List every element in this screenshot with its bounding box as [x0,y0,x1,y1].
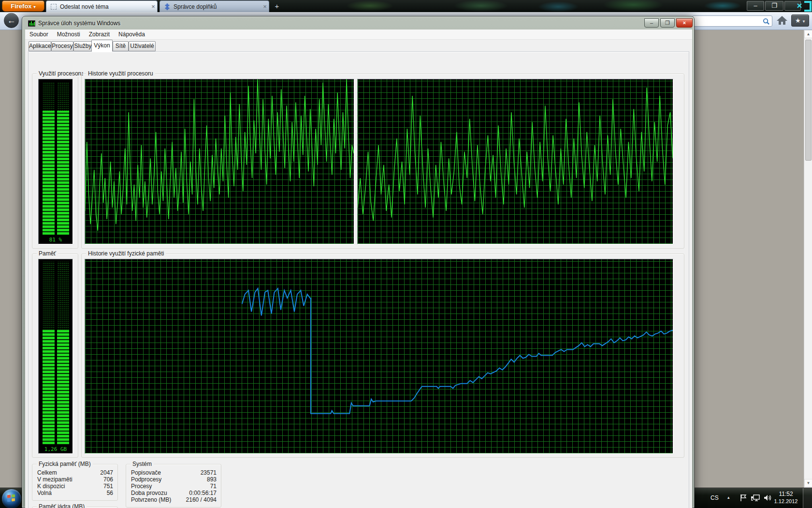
stat-value: 893 [207,476,217,483]
search-icon[interactable] [763,18,770,25]
stat-value: 751 [103,483,113,490]
menu-bar: Soubor Možnosti Zobrazit Nápověda [25,30,692,40]
stat-label: Potvrzeno (MB) [131,496,171,503]
back-button[interactable]: ← [4,13,19,28]
menu-zobrazit[interactable]: Zobrazit [85,30,114,39]
memory-history-group: Historie využití fyzické paměti [81,254,684,458]
task-manager-window: Správce úloh systému Windows – ❐ × Soubo… [22,16,695,508]
scroll-thumb[interactable] [805,40,812,161]
client-area: Soubor Možnosti Zobrazit Nápověda Aplika… [25,30,692,508]
stat-value: 2160 / 4094 [186,496,217,503]
menu-moznosti[interactable]: Možnosti [53,30,85,39]
home-icon [776,15,788,26]
windows-logo-icon [7,499,11,502]
physical-memory-title: Fyzická paměť (MB) [37,461,93,467]
tab-aplikace[interactable]: Aplikace [29,41,51,51]
cpu-gauge-group-title: Využití procesoru [37,70,85,77]
search-input[interactable] [695,16,759,26]
close-button[interactable]: × [676,18,693,28]
memory-history-graph [85,259,673,454]
firefox-tab-strip: Firefox ▾ Odeslat nové téma × Správce do… [0,0,812,12]
firefox-minimize-button[interactable]: – [747,1,764,11]
tab-label: Odeslat nové téma [60,3,149,10]
stat-label: Popisovače [131,469,161,476]
cpu-history-graph-core2 [357,79,673,244]
new-tab-button[interactable]: + [271,2,283,11]
glitch-artifact [804,1,812,12]
show-desktop-button[interactable] [803,488,812,508]
tab-procesy[interactable]: Procesy [51,41,73,51]
system-title: Systém [130,461,154,467]
start-button[interactable] [2,489,21,508]
windows-logo-icon [7,495,11,498]
task-manager-icon [28,20,35,27]
window-title: Správce úloh systému Windows [38,20,120,27]
stat-value: 56 [107,490,113,496]
title-bar[interactable]: Správce úloh systému Windows [28,19,120,27]
menu-soubor[interactable]: Soubor [25,30,53,39]
tab-close-icon[interactable]: × [261,3,269,10]
browser-tab-active[interactable]: Odeslat nové téma × [46,0,158,12]
tab-uzivatele[interactable]: Uživatelé [129,41,156,51]
windows-logo-icon [12,494,15,497]
scroll-up-button[interactable]: ▲ [804,30,812,38]
stat-value: 2047 [100,469,113,476]
stat-label: Volná [37,490,52,496]
tab-sluzby[interactable]: Služby [73,41,92,51]
search-box[interactable] [692,15,772,27]
memory-usage-gauge: 1,26 GB [38,259,73,454]
firefox-app-button-label: Firefox [11,2,31,10]
language-indicator[interactable]: CS [710,494,719,501]
memory-usage-value: 1,26 GB [39,446,72,452]
chevron-down-icon: ▾ [33,4,36,9]
tab-close-icon[interactable]: × [149,3,157,10]
scrollbar[interactable]: ▲ ▼ [804,30,812,488]
clock-time: 11:52 [779,491,793,497]
stat-label: K dispozici [37,483,65,490]
cpu-history-group-title: Historie využití procesoru [86,70,155,77]
cpu-usage-gauge: 81 % [38,79,73,244]
network-icon[interactable] [751,493,760,504]
tab-site[interactable]: Sítě [113,41,129,51]
chevron-down-icon: ▾ [803,19,805,24]
physical-memory-group: Fyzická paměť (MB) Celkem2047 V mezipamě… [32,464,118,501]
cpu-history-graph-core1 [85,79,354,244]
desktop: Firefox ▾ Odeslat nové téma × Správce do… [0,0,812,508]
clock-date: 1.12.2012 [774,498,798,504]
stat-label: Celkem [37,469,57,476]
browser-tab-addons[interactable]: Správce doplňků × [160,0,269,12]
cpu-usage-value: 81 % [39,237,72,243]
firefox-app-button[interactable]: Firefox ▾ [2,0,44,12]
cpu-gauge-group: Využití procesoru 81 % [32,74,78,249]
menu-napoveda[interactable]: Nápověda [114,30,149,39]
stat-label: V mezipaměti [37,476,72,483]
maximize-button[interactable]: ❐ [660,18,675,28]
stat-value: 71 [210,483,217,490]
system-tray: CS ▴ 11:52 1.12.2012 [703,488,812,508]
favicon-placeholder-icon [51,4,57,10]
memory-history-group-title: Historie využití fyzické paměti [86,250,166,257]
stat-value: 706 [103,476,113,483]
firefox-maximize-button[interactable]: ❐ [765,1,783,11]
show-hidden-icons-button[interactable]: ▴ [727,495,730,500]
cpu-history-group: Historie využití procesoru [81,74,684,249]
stat-label: Podprocesy [131,476,161,483]
stat-value: 0:00:56:17 [189,490,217,496]
performance-panel: Využití procesoru 81 % Historie využití … [28,51,689,508]
home-button[interactable] [776,15,789,27]
glitch-close-icon: × [795,1,804,10]
system-group: Systém Popisovače23571 Podprocesy893 Pro… [126,464,221,508]
minimize-button[interactable]: – [644,18,659,28]
bookmarks-button[interactable]: ★▾ [791,15,809,27]
scroll-down-button[interactable]: ▼ [804,479,812,487]
clock[interactable]: 11:52 1.12.2012 [771,491,801,505]
kernel-memory-title: Paměť jádra (MB) [37,503,87,508]
action-center-flag-icon[interactable] [739,493,748,504]
stat-label: Doba provozu [131,490,167,496]
puzzle-icon [164,3,171,10]
memory-gauge-group: Paměť 1,26 GB [32,254,78,458]
memory-gauge-group-title: Paměť [37,250,58,257]
star-icon: ★ [795,17,801,24]
tab-vykon[interactable]: Výkon [91,40,113,52]
windows-logo-icon [12,498,15,502]
